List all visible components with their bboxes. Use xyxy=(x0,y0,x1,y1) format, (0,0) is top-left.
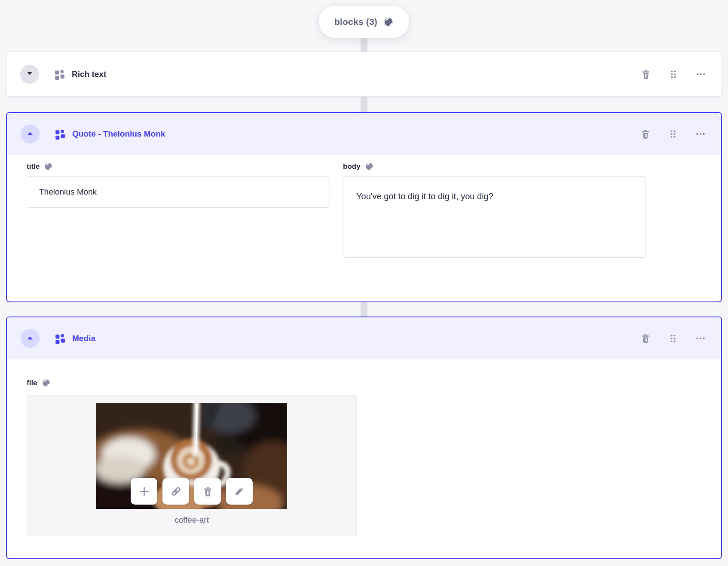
block-title: Quote - Thelonius Monk xyxy=(72,129,165,139)
trash-icon xyxy=(641,69,651,79)
chevron-up-icon xyxy=(25,128,35,140)
field-label-row: body xyxy=(343,162,646,171)
delete-block-button[interactable] xyxy=(640,129,651,139)
plus-icon xyxy=(138,486,150,497)
globe-icon xyxy=(383,17,394,27)
component-grid-icon xyxy=(54,128,65,140)
delete-asset-button[interactable] xyxy=(194,478,221,505)
asset-action-bar xyxy=(131,478,253,505)
drag-handle[interactable] xyxy=(668,333,678,344)
block-rich-text: Rich text xyxy=(6,52,722,97)
ellipsis-icon xyxy=(696,69,706,79)
trash-icon xyxy=(640,129,651,139)
more-options-button[interactable] xyxy=(695,129,706,139)
asset-file-name: coffee-art xyxy=(27,515,356,525)
block-actions xyxy=(641,69,706,79)
media-field-box: coffee-art xyxy=(27,395,357,536)
block-quote: Quote - Thelonius Monk title body You've… xyxy=(6,112,722,302)
field-title: title xyxy=(27,162,330,259)
block-body: file xyxy=(7,359,721,536)
component-grid-icon xyxy=(54,69,65,80)
more-options-button[interactable] xyxy=(696,69,706,79)
media-asset xyxy=(96,403,287,509)
delete-block-button[interactable] xyxy=(641,69,651,79)
component-grid-icon xyxy=(54,333,65,344)
field-body: body You've got to dig it to dig it, you… xyxy=(343,162,646,259)
trash-icon xyxy=(640,333,651,344)
edit-asset-button[interactable] xyxy=(226,478,253,505)
title-input[interactable] xyxy=(27,176,330,208)
field-label: file xyxy=(27,379,37,387)
ellipsis-icon xyxy=(695,333,706,344)
field-label: body xyxy=(343,162,361,171)
drag-handle[interactable] xyxy=(668,69,679,79)
copy-link-button[interactable] xyxy=(162,478,189,505)
globe-icon xyxy=(42,378,51,387)
chevron-up-icon xyxy=(25,333,35,344)
body-textarea[interactable]: You've got to dig it to dig it, you dig? xyxy=(343,176,646,258)
blocks-count-label: blocks (3) xyxy=(334,17,377,27)
link-icon xyxy=(170,486,182,497)
expand-toggle-button[interactable] xyxy=(20,65,39,84)
block-title: Rich text xyxy=(72,70,106,79)
field-label-row: title xyxy=(27,162,330,171)
delete-block-button[interactable] xyxy=(640,333,651,344)
more-options-button[interactable] xyxy=(695,333,706,344)
globe-icon xyxy=(44,162,53,171)
ellipsis-icon xyxy=(695,129,706,139)
trash-icon xyxy=(202,486,213,497)
block-body: title body You've got to dig it to dig i… xyxy=(7,155,721,259)
block-actions xyxy=(640,129,706,139)
block-media: Media file xyxy=(6,316,722,559)
block-header: Quote - Thelonius Monk xyxy=(7,113,721,155)
globe-icon xyxy=(365,162,374,171)
drag-dots-icon xyxy=(668,333,678,344)
drag-handle[interactable] xyxy=(668,129,678,139)
block-title: Media xyxy=(72,334,95,343)
drag-dots-icon xyxy=(668,69,679,79)
pencil-icon xyxy=(234,486,245,497)
block-actions xyxy=(640,333,706,344)
blocks-field-pill: blocks (3) xyxy=(319,6,409,38)
collapse-toggle-button[interactable] xyxy=(21,125,40,143)
field-label: title xyxy=(27,162,40,171)
collapse-toggle-button[interactable] xyxy=(21,329,40,348)
chevron-down-icon xyxy=(24,68,35,80)
drag-dots-icon xyxy=(668,129,678,139)
add-asset-button[interactable] xyxy=(131,478,157,505)
field-label-row: file xyxy=(27,378,721,387)
block-header: Media xyxy=(7,317,721,359)
